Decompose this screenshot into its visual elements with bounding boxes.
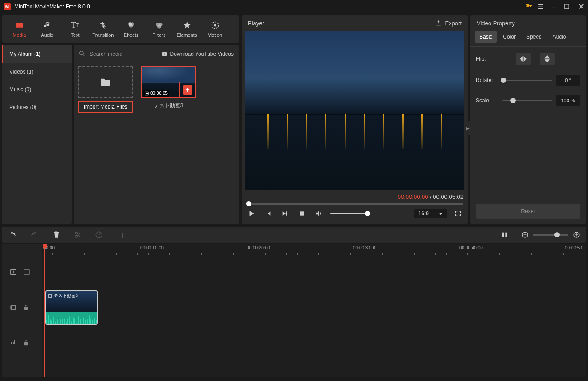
maximize-button[interactable]: ☐ (564, 3, 570, 10)
plus-icon: + (183, 85, 192, 95)
sidebar-item-myalbum[interactable]: My Album (1) (2, 45, 72, 63)
tab-audio[interactable]: Audio (33, 20, 61, 38)
panel-collapse-button[interactable]: ▶ (465, 121, 470, 135)
playhead[interactable] (44, 244, 45, 377)
play-button[interactable] (246, 208, 257, 219)
fullscreen-button[interactable] (453, 208, 463, 219)
prop-tab-speed[interactable]: Speed (522, 31, 546, 43)
media-clip-tile[interactable]: 00:00:05 + テスト動画3 (141, 66, 196, 113)
tab-filters[interactable]: Filters (145, 20, 173, 38)
video-track[interactable]: テスト動画3 (2, 290, 586, 326)
prop-tab-basic[interactable]: Basic (475, 31, 497, 43)
tab-effects[interactable]: Effects (117, 20, 145, 38)
rotate-slider[interactable] (502, 80, 552, 81)
import-media-button[interactable]: Import Media Files (78, 101, 133, 113)
tab-effects-label: Effects (124, 32, 138, 38)
sidebar-item-music[interactable]: Music (0) (2, 81, 72, 98)
flip-horizontal-icon (519, 56, 527, 62)
zoom-out-button[interactable] (521, 231, 529, 238)
stop-button[interactable] (297, 208, 307, 219)
redo-button[interactable] (30, 230, 39, 239)
tab-text[interactable]: TT Text (61, 20, 89, 38)
svg-rect-26 (48, 294, 52, 298)
sidebar-item-videos[interactable]: Videos (1) (2, 63, 72, 81)
svg-rect-25 (24, 307, 28, 309)
zoom-in-button[interactable] (573, 231, 580, 238)
flip-vertical-icon (544, 55, 550, 63)
close-button[interactable]: ✕ (578, 2, 584, 12)
lock-icon[interactable] (23, 304, 29, 312)
tab-media-label: Media (13, 32, 26, 38)
clip-thumbnail[interactable]: 00:00:05 + (141, 66, 196, 98)
speed-button[interactable] (95, 231, 103, 239)
prop-tab-color[interactable]: Color (498, 31, 520, 43)
lock-icon[interactable] (23, 340, 29, 347)
time-separator: / (428, 194, 433, 200)
search-input[interactable]: Search media (90, 51, 157, 57)
rotate-value[interactable]: 0 ° (556, 75, 580, 86)
hamburger-menu-icon[interactable]: ☰ (538, 3, 544, 10)
titlebar: M MiniTool MovieMaker Free 8.0.0 ☰ ─ ☐ ✕ (0, 0, 588, 13)
svg-rect-11 (300, 211, 304, 215)
svg-rect-23 (11, 305, 12, 309)
download-youtube-link[interactable]: Download YouTube Videos (161, 51, 234, 57)
auto-align-icon[interactable] (501, 231, 508, 238)
scale-slider[interactable] (502, 100, 552, 101)
sidebar-item-pictures[interactable]: Pictures (0) (2, 98, 72, 116)
minimize-button[interactable]: ─ (552, 3, 556, 10)
zoom-slider[interactable] (533, 234, 568, 236)
svg-point-5 (157, 25, 161, 28)
volume-button[interactable] (314, 208, 324, 219)
split-button[interactable] (74, 231, 82, 239)
timeline-clip-name: テスト動画3 (54, 293, 78, 299)
undo-button[interactable] (8, 230, 17, 239)
audio-track[interactable] (2, 332, 586, 354)
import-media-tile[interactable]: Import Media Files (78, 66, 133, 113)
tab-transition-label: Transition (93, 32, 114, 38)
remove-track-icon[interactable] (23, 268, 30, 277)
effects-track[interactable] (2, 261, 586, 284)
volume-slider[interactable] (330, 213, 370, 214)
export-button[interactable]: Export (435, 19, 462, 27)
flip-vertical-button[interactable] (540, 53, 555, 65)
export-label: Export (445, 20, 462, 27)
scale-value[interactable]: 100 % (556, 95, 580, 106)
filters-icon (155, 20, 164, 31)
delete-button[interactable] (52, 231, 60, 239)
aspect-ratio-value: 16:9 (419, 210, 429, 217)
film-icon (48, 294, 52, 298)
timeline[interactable]: 00:00 00:00:10:00 00:00:20:00 00:00:30:0… (2, 244, 586, 377)
folder-icon (99, 76, 112, 89)
add-clip-button[interactable]: + (179, 82, 196, 98)
tab-transition[interactable]: Transition (89, 20, 117, 38)
tab-motion[interactable]: Motion (201, 20, 229, 38)
audio-track-icon (10, 339, 17, 348)
reset-button[interactable]: Reset (476, 204, 580, 219)
aspect-ratio-select[interactable]: 16:9 ▾ (414, 209, 447, 218)
folder-icon (15, 20, 24, 31)
flip-horizontal-button[interactable] (516, 53, 531, 65)
timeline-clip[interactable]: テスト動画3 (45, 290, 98, 325)
tab-filters-label: Filters (153, 32, 166, 38)
player-title: Player (248, 20, 264, 27)
crop-button[interactable] (116, 231, 124, 239)
tab-elements[interactable]: Elements (173, 20, 201, 38)
tab-audio-label: Audio (41, 32, 53, 38)
timeline-ruler[interactable]: 00:00 00:00:10:00 00:00:20:00 00:00:30:0… (42, 244, 586, 261)
next-frame-button[interactable] (280, 208, 290, 219)
video-preview[interactable] (245, 31, 464, 190)
property-title: Video Property (470, 15, 586, 31)
motion-icon (211, 20, 220, 31)
add-track-icon[interactable] (10, 268, 17, 277)
tab-media[interactable]: Media (5, 20, 33, 38)
search-icon[interactable] (79, 51, 85, 58)
timeline-toolbar (2, 227, 586, 243)
effects-icon (127, 20, 136, 31)
prev-frame-button[interactable] (263, 208, 274, 219)
film-icon (145, 91, 149, 96)
import-dropzone[interactable] (78, 66, 133, 98)
seek-slider[interactable] (246, 203, 463, 205)
unlock-key-icon[interactable] (525, 3, 533, 11)
prop-tab-audio[interactable]: Audio (548, 31, 571, 43)
youtube-icon (161, 51, 168, 57)
